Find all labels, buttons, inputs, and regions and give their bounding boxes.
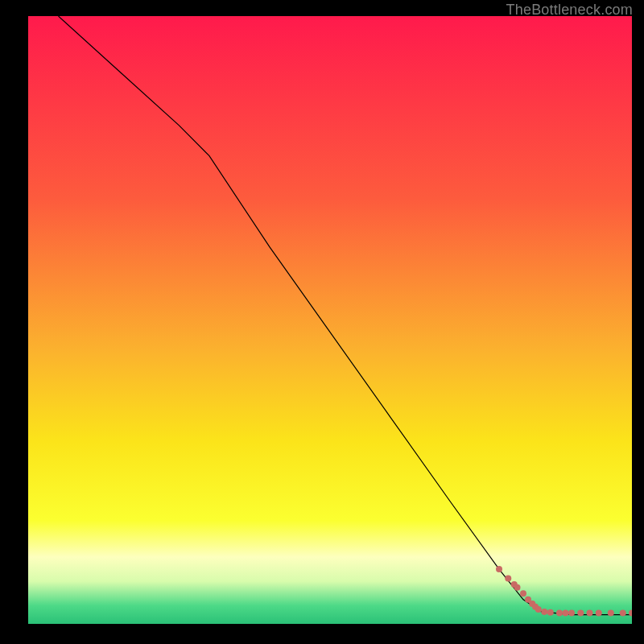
scatter-point [608,609,614,616]
scatter-point [535,606,542,613]
chart-background [28,16,632,624]
scatter-point [556,609,563,616]
chart-svg [28,16,632,624]
plot-area [28,16,632,624]
scatter-point [514,584,521,591]
scatter-point [587,609,593,616]
scatter-point [620,609,626,616]
scatter-point [547,609,554,616]
scatter-point [541,609,547,615]
scatter-point [496,566,502,572]
scatter-point [563,609,569,616]
scatter-point [596,609,602,616]
scatter-point [568,609,575,616]
scatter-point [577,609,584,616]
scatter-point [520,590,526,597]
chart-container: TheBottleneck.com [0,0,644,644]
scatter-point [505,575,511,581]
